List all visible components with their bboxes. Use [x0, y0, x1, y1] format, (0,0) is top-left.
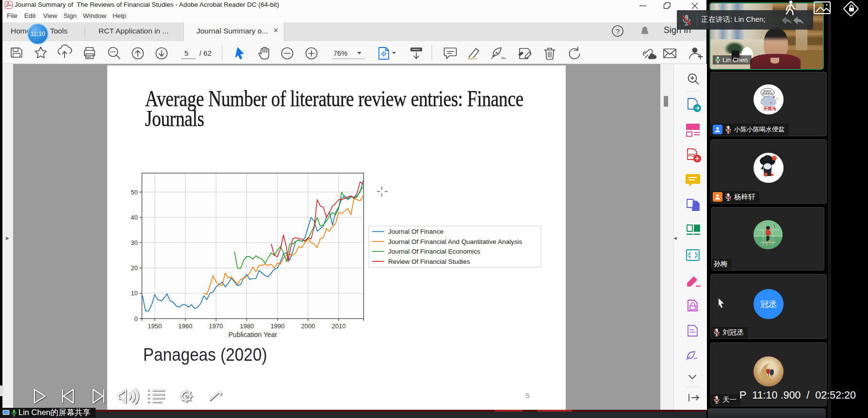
svg-text:40: 40: [131, 214, 138, 221]
svg-text:50: 50: [131, 189, 138, 196]
svg-text:20: 20: [131, 264, 138, 272]
svg-text:Journal Of Finance: Journal Of Finance: [388, 228, 443, 235]
svg-text:2000: 2000: [301, 322, 315, 330]
svg-text:Publication Year: Publication Year: [229, 331, 278, 338]
svg-text:?: ?: [616, 27, 620, 35]
svg-text:30: 30: [131, 239, 138, 246]
svg-text:1950: 1950: [148, 322, 162, 330]
svg-text:1980: 1980: [240, 322, 254, 330]
svg-text:76%: 76%: [333, 49, 347, 57]
svg-text:2010: 2010: [332, 322, 346, 330]
svg-text:10: 10: [131, 289, 138, 297]
svg-text:5: 5: [184, 49, 188, 57]
svg-text:嗷嗷嗷嗷: 嗷嗷嗷嗷: [762, 92, 773, 95]
svg-text:1990: 1990: [271, 322, 285, 330]
svg-text:Journal Of Financial And Quant: Journal Of Financial And Quantitative An…: [388, 238, 522, 245]
svg-text:Review Of Financial Studies: Review Of Financial Studies: [388, 258, 470, 265]
svg-text:1970: 1970: [209, 322, 223, 330]
svg-text:Au: Au: [501, 56, 506, 60]
svg-text:Journal Of Financial Economics: Journal Of Financial Economics: [388, 248, 480, 255]
svg-text:开摆鸟: 开摆鸟: [763, 106, 776, 111]
svg-text:0: 0: [134, 315, 138, 322]
svg-text:/ 62: / 62: [199, 49, 212, 57]
svg-text:1960: 1960: [179, 322, 193, 330]
